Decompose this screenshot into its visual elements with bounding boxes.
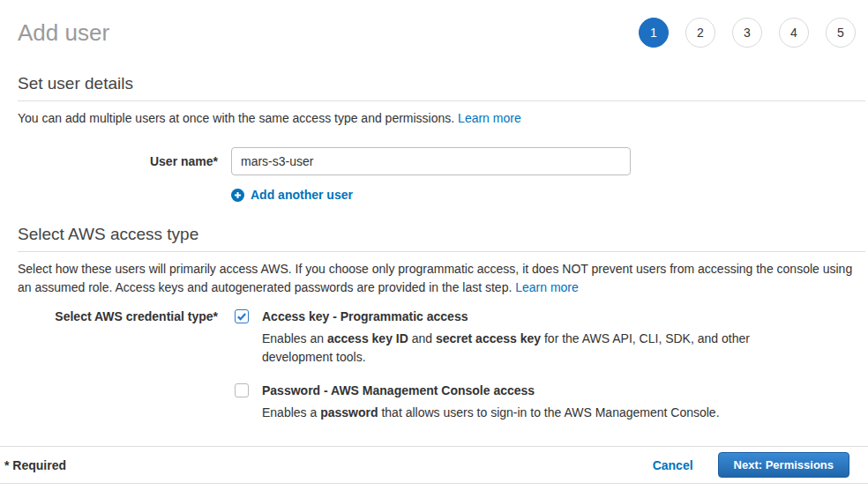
step-indicator-1: 1 [639, 18, 669, 48]
console-access-description: Enables a password that allows users to … [262, 404, 752, 422]
access-type-description-text: Select how these users will primarily ac… [18, 262, 852, 294]
option-console-access: Password - AWS Management Console access… [231, 382, 752, 422]
console-access-title: Password - AWS Management Console access [262, 382, 535, 398]
wizard-steps: 1 2 3 4 5 [639, 18, 856, 48]
desc-bold: access key ID [327, 331, 408, 345]
plus-circle-icon [231, 189, 244, 202]
credential-type-row: Select AWS credential type* Access key -… [18, 308, 865, 422]
add-user-page: Add user 1 2 3 4 5 Set user details You … [0, 0, 868, 490]
page-title: Add user [18, 19, 109, 47]
add-another-user-link[interactable]: Add another user [251, 188, 353, 202]
programmatic-access-checkbox[interactable] [235, 309, 249, 323]
step-indicator-4: 4 [779, 18, 809, 48]
step-indicator-3: 3 [732, 18, 762, 48]
user-details-description-text: You can add multiple users at once with … [18, 111, 458, 125]
option-programmatic-access: Access key - Programmatic access Enables… [231, 308, 752, 367]
programmatic-access-description: Enables an access key ID and secret acce… [262, 330, 752, 367]
desc-text: and [408, 331, 436, 345]
username-input[interactable] [231, 147, 631, 175]
required-note: * Required [4, 458, 66, 472]
add-another-user-row: Add another user [231, 188, 865, 202]
step-indicator-5: 5 [826, 18, 856, 48]
section-heading-user-details: Set user details [18, 74, 865, 101]
learn-more-link-access-type[interactable]: Learn more [515, 280, 579, 294]
step-indicator-2: 2 [685, 18, 715, 48]
console-access-checkbox[interactable] [235, 383, 249, 397]
user-details-description: You can add multiple users at once with … [18, 109, 865, 128]
desc-bold: password [320, 405, 378, 419]
next-permissions-button[interactable]: Next: Permissions [718, 452, 849, 478]
username-row: User name* [18, 147, 865, 175]
section-heading-access-type: Select AWS access type [18, 225, 865, 252]
option-programmatic-head: Access key - Programmatic access [231, 308, 752, 324]
desc-text: that allows users to sign-in to the AWS … [378, 405, 720, 419]
wizard-footer: * Required Cancel Next: Permissions [0, 446, 868, 484]
option-console-head: Password - AWS Management Console access [231, 382, 752, 398]
checkmark-icon [236, 311, 247, 322]
username-label: User name* [18, 154, 218, 168]
desc-text: Enables a [262, 405, 320, 419]
credential-options: Access key - Programmatic access Enables… [231, 308, 752, 422]
cancel-button[interactable]: Cancel [653, 458, 693, 472]
desc-bold: secret access key [436, 331, 541, 345]
page-header: Add user 1 2 3 4 5 [18, 0, 865, 51]
access-type-description: Select how these users will primarily ac… [18, 260, 865, 297]
programmatic-access-title: Access key - Programmatic access [262, 308, 468, 324]
credential-type-label: Select AWS credential type* [18, 309, 218, 323]
desc-text: Enables an [262, 331, 327, 345]
learn-more-link-user-details[interactable]: Learn more [458, 111, 521, 125]
footer-actions: Cancel Next: Permissions [653, 452, 849, 478]
